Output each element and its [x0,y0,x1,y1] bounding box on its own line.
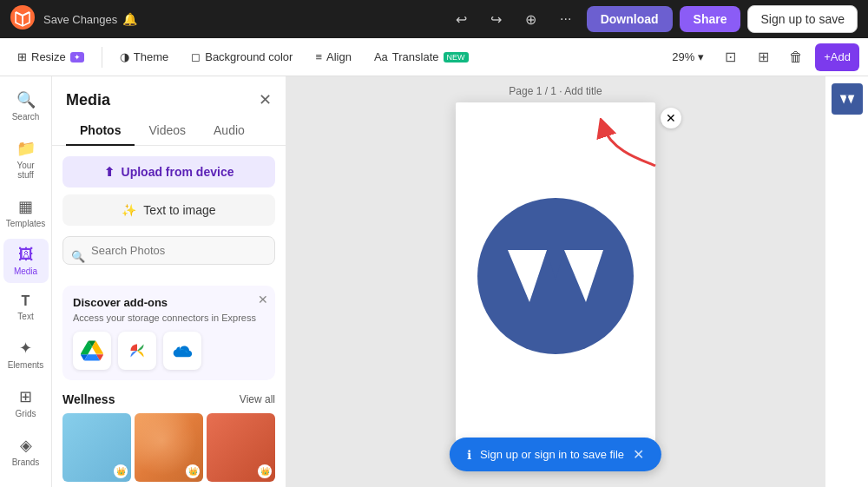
main-area: 🔍 Search 📁 Your stuff ▦ Templates 🖼 Medi… [0,76,868,487]
align-icon: ≡ [315,50,322,63]
editor-toolbar: ⊞ Resize ✦ ◑ Theme ◻ Background color ≡ … [0,38,868,76]
save-changes-button[interactable]: Save Changes 🔔 [43,12,137,26]
crown-badge: 👑 [114,464,128,478]
sidebar-item-templates[interactable]: ▦ Templates [3,190,49,235]
discover-title: Discover add-ons [73,296,265,309]
panel-title: Media [66,91,110,109]
your-stuff-icon: 📁 [16,139,36,158]
wellness-section-header: Wellness View all [62,392,275,406]
discover-close-button[interactable]: ✕ [258,293,268,306]
canvas-area: Page 1 / 1 · Add title ✕ [286,76,825,487]
translate-badge: NEW [444,52,469,63]
text-to-image-label: Text to image [143,203,215,217]
align-label: Align [326,50,352,63]
crown-badge: 👑 [186,464,200,478]
media-panel: Media ✕ Photos Videos Audio ⬆ Upload fro… [52,76,286,487]
search-input[interactable] [62,236,275,265]
theme-icon: ◑ [120,50,129,63]
discover-icons [73,332,265,370]
sidebar-item-text[interactable]: T Text [3,286,49,328]
wellness-view-all-button[interactable]: View all [240,393,275,405]
grid-view-button[interactable]: ⊞ [749,43,777,71]
notification-close-button[interactable]: ✕ [633,446,644,463]
save-icon: 🔔 [122,12,137,26]
onedrive-icon[interactable] [163,332,201,370]
panel-close-button[interactable]: ✕ [259,90,272,109]
sidebar-item-elements[interactable]: ✦ Elements [3,332,49,377]
bottom-notification: ℹ Sign up or sign in to save file ✕ [450,438,661,471]
wellness-photo-grid: 👑 👑 👑 [62,413,275,482]
sidebar-item-brands[interactable]: ◈ Brands [3,429,49,474]
background-color-label: Background color [205,50,293,63]
align-button[interactable]: ≡ Align [306,46,360,68]
page-label: Page 1 / 1 · Add title [509,85,602,97]
top-bar: Save Changes 🔔 ↩ ↪ ⊕ ··· Download Share … [0,0,868,38]
wellness-photo-3[interactable]: 👑 [207,413,275,482]
theme-label: Theme [134,50,168,63]
tab-photos[interactable]: Photos [66,116,135,146]
sidebar-item-grids[interactable]: ⊞ Grids [3,380,49,425]
zoom-control[interactable]: 29% ▾ [665,46,711,68]
google-drive-icon[interactable] [73,332,111,370]
save-changes-label: Save Changes [43,13,117,26]
download-button[interactable]: Download [587,6,673,32]
zoom-label: 29% [672,50,694,63]
wellness-title: Wellness [62,392,115,406]
google-photos-icon[interactable] [118,332,156,370]
add-label: Add [831,50,851,63]
canvas-thumbnail [832,83,863,115]
upload-label: Upload from device [122,165,234,179]
svg-marker-5 [547,250,564,280]
divider-1 [102,47,102,68]
tab-videos[interactable]: Videos [135,116,200,146]
add-button[interactable]: + Add [815,43,859,71]
share-button[interactable]: Share [680,6,741,32]
delete-button[interactable]: 🗑 [782,43,810,71]
discover-description: Access your storage connectors in Expres… [73,313,265,323]
tab-audio[interactable]: Audio [200,116,259,146]
wellness-photo-2[interactable]: 👑 [135,413,203,482]
wellness-photo-1[interactable]: 👑 [62,413,131,482]
sidebar-item-addons[interactable]: ⊕ Add-ons [3,477,49,487]
undo-button[interactable]: ↩ [448,5,476,33]
templates-icon: ▦ [18,197,33,216]
info-icon: ℹ [467,448,471,462]
media-icon: 🖼 [18,246,34,264]
sidebar-item-search[interactable]: 🔍 Search [3,83,49,128]
color-swatch-icon: ◻ [191,50,201,63]
theme-button[interactable]: ◑ Theme [111,46,177,68]
search-icon: 🔍 [71,249,85,262]
search-wrapper: 🔍 [62,236,275,275]
location-button[interactable]: ⊕ [517,5,545,33]
svg-marker-3 [508,250,547,302]
panel-content: ⬆ Upload from device ✨ Text to image 🔍 ✕… [52,156,286,487]
search-icon: 🔍 [16,90,36,109]
tv-logo [477,198,634,354]
more-button[interactable]: ··· [552,5,580,33]
translate-button[interactable]: Aa Translate NEW [365,46,477,68]
sidebar-item-your-stuff[interactable]: 📁 Your stuff [3,132,49,187]
close-canvas-button[interactable]: ✕ [661,108,681,128]
view-settings-button[interactable]: ⊡ [716,43,744,71]
panel-tabs: Photos Videos Audio [52,116,286,146]
resize-button[interactable]: ⊞ Resize ✦ [9,46,93,68]
upload-icon: ⬆ [104,165,115,179]
right-panel [825,76,868,487]
crown-badge: 👑 [258,464,272,478]
redo-button[interactable]: ↪ [483,5,510,33]
signup-to-save-button[interactable]: Sign up to save [747,5,858,33]
sidebar-item-media[interactable]: 🖼 Media [3,239,49,283]
upload-from-device-button[interactable]: ⬆ Upload from device [62,156,275,188]
resize-badge: ✦ [70,52,84,63]
background-color-button[interactable]: ◻ Background color [182,46,301,68]
svg-marker-4 [564,250,603,302]
chevron-down-icon: ▾ [698,50,704,63]
resize-label: Resize [31,50,66,63]
elements-icon: ✦ [19,339,32,358]
text-icon: T [22,293,30,309]
sparkle-icon: ✨ [122,203,136,217]
panel-header: Media ✕ [52,76,286,116]
text-to-image-button[interactable]: ✨ Text to image [62,194,275,226]
canvas-frame[interactable]: ✕ [456,102,655,450]
resize-icon: ⊞ [17,50,27,63]
